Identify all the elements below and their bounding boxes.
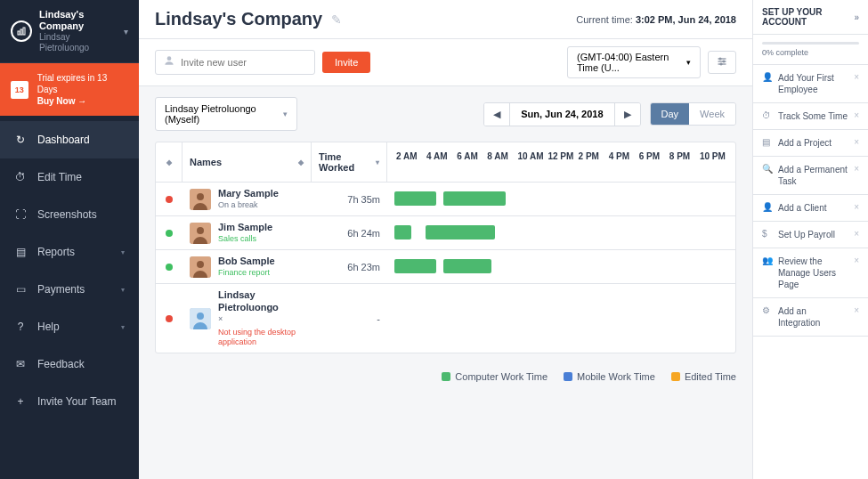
invite-button[interactable]: Invite [322,52,370,73]
name-cell[interactable]: Jim SampleSales calls [183,216,312,249]
user-filter-select[interactable]: Lindsay Pietroluongo (Myself)▾ [155,97,297,131]
nav-feedback[interactable]: ✉Feedback [0,345,139,383]
status-dot [166,230,173,237]
user-name: Bob Sample [218,256,275,268]
setup-item-icon: ⏱ [762,110,773,120]
setup-item[interactable]: 🔍Add a Permanent Task× [753,157,868,195]
clock-icon: ⏱ [14,171,27,183]
setup-item-text: Track Some Time [778,110,848,122]
nav-screenshots[interactable]: ⛶Screenshots [0,196,139,233]
setup-item-icon: 👥 [762,256,773,265]
table-row: Lindsay Pietroluon­go×Not using the desk… [156,284,735,353]
time-worked-cell: 7h 35m [312,183,387,215]
main-content: Lindsay's Company ✎ Current time: 3:02 P… [139,0,752,479]
camera-icon: ⛶ [14,208,27,221]
date-prev-button[interactable]: ◀ [484,103,509,126]
hour-label: 10 AM [517,151,548,173]
svg-point-3 [167,56,172,61]
time-bar[interactable] [394,225,412,240]
company-switcher[interactable]: Lindsay's Company Lindsay Pietroluongo ▾ [0,0,139,63]
date-label[interactable]: Sun, Jun 24, 2018 [509,103,614,126]
table-row: Jim SampleSales calls6h 24m [156,216,735,250]
nav-payments[interactable]: ▭Payments▾ [0,271,139,308]
time-bar[interactable] [394,259,436,273]
current-user: Lindsay Pietroluongo [39,32,117,53]
close-icon[interactable]: × [854,229,859,239]
nav-dashboard[interactable]: ↻Dashboard [0,121,139,158]
setup-progress: 0% complete [753,35,868,65]
user-name: Lindsay Pietroluon­go [218,289,304,314]
trial-expiry-text: Trial expires in 13 Days [37,72,128,95]
status-dot [166,196,173,203]
setup-panel: SET UP YOUR ACCOUNT » 0% complete 👤Add Y… [752,0,868,479]
setup-item-icon: 👤 [762,202,773,212]
status-cell [156,284,183,353]
company-name: Lindsay's Company [39,9,117,32]
nav-edit-time[interactable]: ⏱Edit Time [0,158,139,196]
col-time-worked[interactable]: Time Worked▾ [312,142,387,182]
user-status: × [218,314,304,324]
invite-input[interactable] [181,57,307,68]
invite-input-wrap[interactable] [155,50,315,75]
name-cell[interactable]: Lindsay Pietroluon­go×Not using the desk… [183,284,312,353]
svg-point-11 [197,193,204,200]
close-icon[interactable]: × [854,72,859,82]
timeline-cell [387,284,735,353]
setup-item[interactable]: $Set Up Payroll× [753,222,868,248]
status-dot [166,315,173,322]
time-worked-cell: 6h 23m [312,250,387,283]
trial-banner[interactable]: 13 Trial expires in 13 Days Buy Now → [0,63,139,116]
legend: Computer Work Time Mobile Work Time Edit… [155,371,736,382]
setup-item[interactable]: 👤Add Your First Employee× [753,65,868,103]
invite-icon: + [14,395,27,408]
setup-item[interactable]: ⏱Track Some Time× [753,103,868,130]
svg-point-8 [723,61,725,62]
timezone-select[interactable]: (GMT-04:00) Eastern Time (U...▾ [567,46,701,78]
name-cell[interactable]: Mary SampleOn a break [183,183,312,215]
col-names[interactable]: Names◆ [183,142,312,182]
setup-header: SET UP YOUR ACCOUNT » [753,0,868,35]
close-icon[interactable]: × [854,110,859,120]
time-bar[interactable] [394,191,436,206]
time-bar[interactable] [443,191,506,206]
setup-item-text: Add a Client [778,202,848,214]
setup-item[interactable]: 👥Review the Manage Users Page× [753,248,868,298]
sidebar-nav: ↻Dashboard⏱Edit Time⛶Screenshots▤Reports… [0,116,139,479]
settings-icon[interactable] [708,51,736,74]
col-timeline: 2 AM4 AM6 AM8 AM10 AM12 PM2 PM4 PM6 PM8 … [387,142,735,182]
nav-reports[interactable]: ▤Reports▾ [0,233,139,271]
table-row: Mary SampleOn a break7h 35m [156,183,735,216]
col-status[interactable]: ◆ [156,142,183,182]
help-icon: ? [14,321,27,333]
nav-help[interactable]: ?Help▾ [0,308,139,345]
edit-icon[interactable]: ✎ [331,12,342,27]
current-time: Current time: 3:02 PM, Jun 24, 2018 [576,14,736,25]
svg-rect-1 [20,29,22,35]
user-name: Jim Sample [218,222,272,234]
collapse-icon[interactable]: » [854,12,859,22]
name-cell[interactable]: Bob SampleFinance report [183,250,312,283]
setup-item-text: Add a Project [778,137,848,149]
view-week-button[interactable]: Week [689,103,735,125]
chevron-down-icon: ▾ [121,248,125,256]
setup-item[interactable]: ▤Add a Project× [753,130,868,157]
time-bar[interactable] [443,259,492,273]
setup-item-icon: ▤ [762,137,773,147]
legend-edited: Edited Time [671,371,736,382]
close-icon[interactable]: × [854,164,859,174]
close-icon[interactable]: × [854,137,859,147]
close-icon[interactable]: × [854,256,859,265]
close-icon[interactable]: × [854,202,859,212]
avatar [190,189,211,210]
date-next-button[interactable]: ▶ [615,103,640,126]
svg-rect-0 [18,31,20,35]
controlbar: Lindsay Pietroluongo (Myself)▾ ◀ Sun, Ju… [139,86,752,142]
setup-item[interactable]: ⚙Add an Integration× [753,298,868,337]
setup-item-icon: 👤 [762,72,773,82]
status-dot [166,264,173,271]
time-bar[interactable] [426,225,495,240]
view-day-button[interactable]: Day [651,103,690,125]
close-icon[interactable]: × [854,305,859,315]
nav-invite-your-team[interactable]: +Invite Your Team [0,383,139,420]
setup-item[interactable]: 👤Add a Client× [753,195,868,222]
